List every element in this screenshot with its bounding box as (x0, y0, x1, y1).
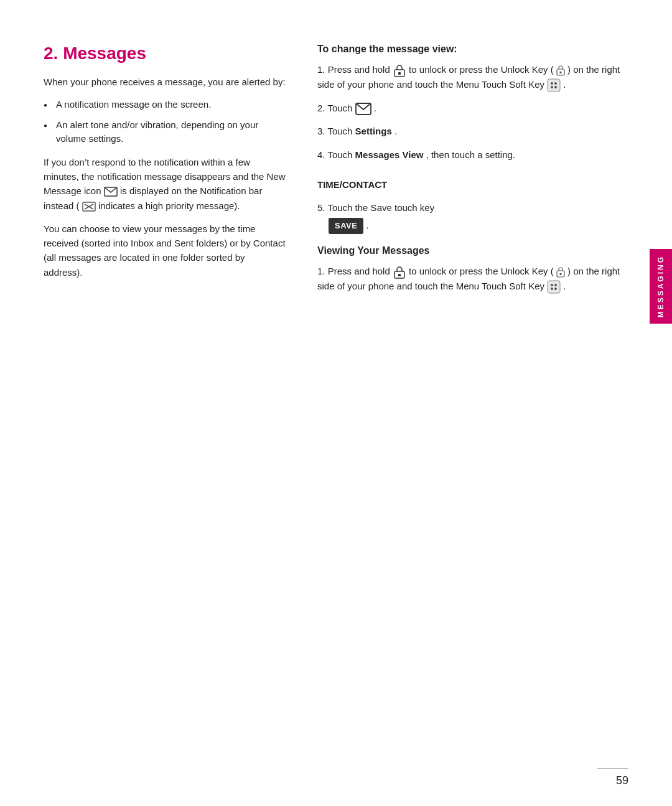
step3-num: 3. (317, 126, 327, 136)
vstep1-num: 1. (317, 266, 328, 276)
envelope-icon-step2 (355, 103, 371, 115)
change-step-3: 3. Touch Settings . (317, 124, 635, 138)
step2-num: 2. (317, 103, 327, 113)
time-contact-label: TIME/CONTACT (317, 177, 635, 192)
left-column: 2. Messages When your phone receives a m… (44, 44, 305, 769)
bullet-item-2: An alert tone and/or vibration, dependin… (44, 118, 286, 146)
small-lock-icon-1 (556, 65, 565, 76)
priority-envelope-icon (82, 202, 96, 212)
svg-rect-5 (398, 72, 401, 75)
step1-num: 1. (317, 64, 328, 75)
page-number: 59 (616, 774, 628, 787)
step4-text-before: Touch (327, 149, 352, 160)
menu-grid-icon-1 (547, 78, 561, 92)
vstep1-period: . (563, 281, 566, 291)
svg-point-22 (554, 288, 557, 290)
change-step-5: 5. Touch the Save touch key SAVE . (317, 200, 635, 233)
view-choice-paragraph: You can choose to view your messages by … (44, 222, 286, 279)
step4-num: 4. (317, 149, 327, 160)
step1-period: . (563, 79, 566, 90)
viewing-steps: 1. Press and hold to unlock or press the… (317, 264, 635, 294)
para1-end: indicates a high priority message). (98, 200, 240, 211)
page-divider (597, 768, 628, 769)
bullet-list: A notification message on the screen. An… (44, 98, 286, 146)
messaging-sidebar-tab: MESSAGING (650, 249, 672, 324)
step5-text: Touch the Save touch key (327, 202, 434, 213)
svg-rect-17 (559, 273, 561, 275)
step4-bold: Messages View (355, 149, 424, 160)
svg-point-12 (554, 86, 557, 88)
step2-text-before: Touch (327, 103, 352, 113)
step5-period: . (366, 220, 369, 230)
step5-num: 5. (317, 202, 327, 213)
svg-point-19 (551, 284, 553, 286)
change-step-2: 2. Touch . (317, 101, 635, 115)
step1-text-before: Press and hold (328, 64, 390, 75)
vstep1-text-after: to unlock or press the Unlock Key ( (409, 266, 554, 276)
change-step-4: 4. Touch Messages View , then touch a se… (317, 148, 635, 192)
svg-point-10 (554, 82, 557, 85)
svg-rect-8 (548, 79, 560, 91)
step4-text-after: , then touch a setting. (426, 149, 515, 160)
right-column: To change the message view: 1. Press and… (305, 44, 635, 769)
lock-icon-1 (393, 63, 406, 77)
svg-point-20 (554, 284, 557, 286)
viewing-step-1: 1. Press and hold to unlock or press the… (317, 264, 635, 294)
step3-bold: Settings (355, 126, 392, 136)
lock-icon-2 (393, 265, 406, 279)
page-container: 2. Messages When your phone receives a m… (0, 0, 672, 806)
vstep1-text-before: Press and hold (328, 266, 390, 276)
notification-paragraph: If you don’t respond to the notification… (44, 155, 286, 213)
save-button-label: SAVE (329, 218, 363, 234)
svg-rect-7 (559, 72, 561, 73)
step3-text-after: . (394, 126, 397, 136)
change-step-1: 1. Press and hold to unlock or press the… (317, 62, 635, 92)
step1-text-after: to unlock or press the Unlock Key ( (409, 64, 554, 75)
step2-text-after: . (374, 103, 376, 113)
svg-point-11 (551, 86, 553, 88)
svg-rect-15 (398, 274, 401, 276)
change-view-steps: 1. Press and hold to unlock or press the… (317, 62, 635, 234)
messaging-label: MESSAGING (656, 255, 665, 317)
bullet-item-1: A notification message on the screen. (44, 98, 286, 112)
small-lock-icon-2 (556, 266, 565, 278)
envelope-icon (104, 187, 118, 197)
svg-point-21 (551, 288, 553, 290)
svg-rect-18 (548, 281, 560, 293)
viewing-title: Viewing Your Messages (317, 245, 635, 256)
menu-grid-icon-2 (547, 280, 561, 294)
intro-paragraph: When your phone receives a message, you … (44, 75, 286, 89)
step3-text-before: Touch (327, 126, 352, 136)
svg-point-9 (551, 82, 553, 85)
section-title: 2. Messages (44, 44, 286, 63)
change-view-title: To change the message view: (317, 44, 635, 55)
